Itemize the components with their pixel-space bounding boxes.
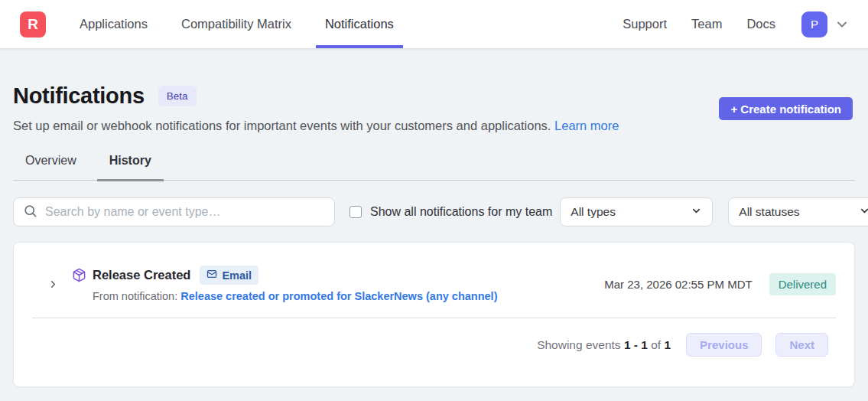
team-filter-checkbox-group: Show all notifications for my team xyxy=(349,205,552,219)
event-timestamp: Mar 23, 2026 02:55 PM MDT xyxy=(604,278,752,291)
event-details: Release Created Email From notification:… xyxy=(72,266,604,302)
main-content: Notifications Beta + Create notification… xyxy=(0,83,868,387)
primary-nav: Applications Compatibility Matrix Notifi… xyxy=(70,0,418,48)
nav-item-applications[interactable]: Applications xyxy=(70,0,157,48)
pagination-total: 1 xyxy=(664,338,671,351)
event-row: Release Created Email From notification:… xyxy=(14,243,854,318)
page-title: Notifications xyxy=(13,83,145,109)
pagination-bar: Showing events 1 - 1 of 1 Previous Next xyxy=(14,318,854,386)
event-source-line: From notification: Release created or pr… xyxy=(93,290,604,302)
secondary-nav: Support Team Docs P xyxy=(613,11,868,37)
logo-letter: R xyxy=(28,16,38,33)
source-notification-link[interactable]: Release created or promoted for SlackerN… xyxy=(180,290,497,302)
avatar-letter: P xyxy=(811,18,818,31)
team-filter-label: Show all notifications for my team xyxy=(370,205,552,219)
next-page-button[interactable]: Next xyxy=(775,333,828,357)
event-name: Release Created xyxy=(93,268,190,282)
learn-more-link[interactable]: Learn more xyxy=(554,119,619,132)
team-filter-checkbox[interactable] xyxy=(349,206,362,218)
tab-bar: Overview History xyxy=(13,154,855,181)
from-notification-label: From notification: xyxy=(93,290,177,302)
beta-badge: Beta xyxy=(158,86,197,106)
nav-item-compatibility-matrix[interactable]: Compatibility Matrix xyxy=(172,0,301,48)
pagination-range: 1 - 1 xyxy=(624,338,648,351)
chevron-down-icon xyxy=(859,205,868,220)
pagination-of: of xyxy=(651,338,661,351)
pagination-prefix: Showing events xyxy=(537,338,620,351)
type-filter-value: All types xyxy=(571,205,616,219)
package-icon xyxy=(72,268,86,282)
envelope-icon xyxy=(206,269,217,282)
description-text: Set up email or webhook notifications fo… xyxy=(13,119,551,132)
status-filter-select[interactable]: All statuses xyxy=(728,197,868,227)
pagination-summary: Showing events 1 - 1 of 1 xyxy=(537,338,671,352)
expand-row-chevron-icon[interactable] xyxy=(47,279,59,290)
event-meta: Mar 23, 2026 02:55 PM MDT Delivered xyxy=(604,273,836,295)
chevron-down-icon xyxy=(691,205,702,220)
search-input[interactable] xyxy=(45,205,325,219)
event-title-line: Release Created Email xyxy=(72,266,604,285)
nav-item-docs[interactable]: Docs xyxy=(737,17,785,31)
app-logo[interactable]: R xyxy=(20,11,46,37)
search-box[interactable] xyxy=(13,197,335,227)
channel-label: Email xyxy=(222,269,252,282)
chevron-down-icon[interactable] xyxy=(834,17,850,32)
tab-overview[interactable]: Overview xyxy=(13,154,89,181)
status-filter-value: All statuses xyxy=(739,205,799,219)
search-icon xyxy=(23,204,37,221)
nav-item-support[interactable]: Support xyxy=(613,17,676,31)
filter-bar: Show all notifications for my team All t… xyxy=(13,197,855,227)
channel-badge: Email xyxy=(200,266,258,285)
previous-page-button[interactable]: Previous xyxy=(686,333,762,357)
top-navbar: R Applications Compatibility Matrix Noti… xyxy=(0,0,868,48)
account-menu[interactable]: P xyxy=(801,11,850,37)
events-card: Release Created Email From notification:… xyxy=(13,242,855,387)
type-filter-select[interactable]: All types xyxy=(560,197,713,227)
tab-history[interactable]: History xyxy=(97,154,164,181)
create-notification-button[interactable]: + Create notification xyxy=(719,97,853,120)
nav-item-notifications[interactable]: Notifications xyxy=(316,0,403,48)
page-description: Set up email or webhook notifications fo… xyxy=(13,119,855,133)
nav-item-team[interactable]: Team xyxy=(682,17,731,31)
avatar[interactable]: P xyxy=(801,11,827,37)
status-badge: Delivered xyxy=(769,273,836,295)
